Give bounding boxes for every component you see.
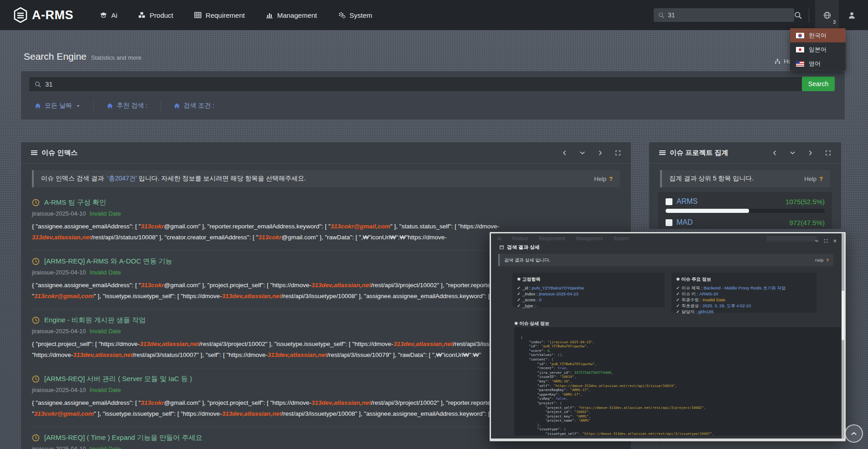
- nav-item-management[interactable]: Management: [266, 11, 317, 19]
- language-menu: 한국어일본어영어: [790, 28, 846, 71]
- menu-icon: [659, 150, 666, 155]
- search-input[interactable]: 31: [29, 77, 811, 91]
- chevron-down-icon[interactable]: [790, 150, 796, 156]
- modal-scrollbar[interactable]: [842, 233, 844, 439]
- cubes-icon: [138, 11, 145, 19]
- chevron-left-icon[interactable]: [562, 150, 568, 156]
- language-option-us[interactable]: 영어: [790, 57, 846, 71]
- page-subtitle: Statistics and more: [91, 54, 142, 61]
- chevron-right-icon[interactable]: [597, 150, 603, 156]
- scroll-top-button[interactable]: [845, 424, 863, 443]
- menu-icon: [31, 150, 37, 155]
- json-line: "index": "jiraissue-2025-04-23",: [521, 340, 841, 345]
- result-title-link[interactable]: Engine - 비회원 게시판 샘플 작업: [44, 316, 146, 325]
- result-title-link[interactable]: [ARMS-REQ] ( Time ) Expand 기능을 만들어 주세요: [44, 434, 202, 442]
- json-line: "project_name": "ARMS": [521, 418, 841, 423]
- project-count: 1075(52.5%): [785, 198, 825, 206]
- invalid-date-label: Invalid Date: [90, 328, 121, 335]
- clock-icon: [32, 199, 40, 206]
- search-highlight: 313dev,atlassian,net: [311, 399, 371, 406]
- search-input-value: 31: [45, 80, 53, 88]
- language-label: 일본어: [809, 46, 827, 54]
- project-count: 972(47.5%): [789, 219, 825, 227]
- navbar-search-button[interactable]: [790, 0, 806, 30]
- nav-item-ai[interactable]: Ai: [100, 11, 117, 19]
- brand[interactable]: A-RMS: [14, 7, 73, 23]
- json-line: "id": "puN_YZYBaKa7OYiqwshw",: [521, 362, 841, 366]
- modal-window-controls: [815, 239, 837, 243]
- language-option-jp[interactable]: 일본어: [790, 42, 846, 57]
- filter-1[interactable]: 추천 검색 :: [94, 100, 161, 111]
- info-text: 검색 결과 상세 입니다.: [504, 257, 550, 263]
- search-highlight: 313dev,atlassian,net: [222, 410, 282, 417]
- ghost-nav-item: System: [614, 236, 629, 241]
- issue-detail-json: { "index": "jiraissue-2025-04-23", "id":…: [514, 327, 841, 436]
- expand-icon[interactable]: [824, 239, 828, 243]
- close-icon[interactable]: [833, 239, 837, 243]
- result-title-link[interactable]: A-RMS 팀 구성 확인: [44, 198, 106, 207]
- fixed-fields-rows: ✓_id : puN_YZYBaKa7OYiqwshw✓_index : jir…: [517, 285, 660, 309]
- json-line: "key": "ARMS-20",: [521, 379, 841, 384]
- clock-icon: [32, 316, 40, 324]
- check-icon: ✓: [676, 285, 680, 290]
- issue-info-title: 이슈 주요 정보: [676, 276, 812, 283]
- project-label[interactable]: ARMS: [677, 197, 698, 206]
- invalid-date-label: Invalid Date: [90, 210, 121, 217]
- nav-menu: AiProductRequirementManagementSystem: [100, 11, 372, 19]
- project-label[interactable]: MAD: [677, 218, 693, 227]
- nav-item-label: Requirement: [206, 11, 245, 19]
- detail-value: 0: [539, 297, 541, 302]
- filter-2[interactable]: 검색 조건 :: [161, 100, 227, 111]
- home-icon: [107, 103, 113, 109]
- issue-index-title: 이슈 인덱스: [41, 149, 78, 157]
- search-highlight: 313cokr@gmail,com: [34, 293, 94, 299]
- chevron-down-icon[interactable]: [815, 239, 819, 243]
- filter-row: 모든 날짜추천 검색 :검색 조건 :: [29, 98, 227, 114]
- expand-icon[interactable]: [615, 150, 621, 156]
- json-line: "issueID": "10019",: [521, 375, 841, 379]
- nav-item-system[interactable]: System: [338, 11, 372, 19]
- ghost-nav-item: Management: [576, 236, 603, 241]
- scrollbar-thumb[interactable]: [842, 291, 844, 340]
- ghost-search-pill: [767, 236, 817, 242]
- issue-detail-title: 이슈 상세 정보: [514, 320, 549, 327]
- json-line: {: [521, 335, 841, 340]
- navbar-search-input[interactable]: 31: [654, 8, 794, 22]
- help-button[interactable]: Help?: [594, 175, 613, 182]
- issue-info-panel: 이슈 주요 정보 ✓이슈 제목 : Backend - Middle Proxy…: [672, 273, 816, 313]
- modal-ghost-nav: AiProductRequirementManagementSystem: [497, 236, 817, 242]
- json-line: "parentReqKey": "ARMS-17",: [521, 388, 841, 392]
- checkbox[interactable]: [666, 198, 672, 205]
- user-button[interactable]: [842, 0, 862, 30]
- nav-item-label: Ai: [111, 11, 117, 19]
- progress-fill: [666, 209, 749, 213]
- result-title-link[interactable]: [ARMS-REQ] 서버 관리 ( Server 모듈 및 IaC 등 ): [44, 375, 192, 383]
- search-highlight: 313cokr: [141, 399, 164, 406]
- json-line: "project_id": "10002",: [521, 410, 841, 414]
- json-line: "upperKey": "ARMS-17",: [521, 392, 841, 397]
- nav-item-requirement[interactable]: Requirement: [194, 11, 245, 19]
- nav-item-product[interactable]: Product: [138, 11, 173, 19]
- home-icon: [174, 103, 180, 109]
- chevron-left-icon[interactable]: [772, 150, 778, 156]
- check-icon: ✓: [676, 303, 680, 308]
- search-button[interactable]: Search: [802, 77, 835, 91]
- checkbox[interactable]: [666, 219, 672, 226]
- language-button[interactable]: 3: [815, 0, 839, 30]
- expand-icon[interactable]: [825, 150, 831, 156]
- help-button[interactable]: Help?: [804, 175, 823, 182]
- ghost-nav-item: Requirement: [539, 236, 565, 241]
- issue-index-info: 이슈 인덱스 검색 결과 '총2047건'입니다. 자세한 정보를 보시려면 해…: [32, 170, 620, 187]
- help-button[interactable]: Help?: [815, 258, 829, 263]
- result-title-link[interactable]: [ARMS-REQ] A-RMS 와 A-DOC 연동 기능: [44, 257, 172, 266]
- language-option-kr[interactable]: 한국어: [790, 28, 846, 42]
- filter-0[interactable]: 모든 날짜: [29, 100, 94, 111]
- search-highlight: 313dev,atlassian,net: [140, 341, 199, 347]
- chevron-right-icon[interactable]: [807, 150, 813, 156]
- json-line: "self": "https://dmove-313dev.atlassian.…: [521, 384, 841, 388]
- check-icon: ✓: [517, 297, 521, 302]
- search-highlight: 313dev,atlassian,net: [32, 234, 92, 241]
- search-highlight: 313cokr: [141, 223, 164, 230]
- chevron-down-icon[interactable]: [579, 150, 585, 156]
- search-highlight: 313dev,atlassian,net: [311, 282, 371, 289]
